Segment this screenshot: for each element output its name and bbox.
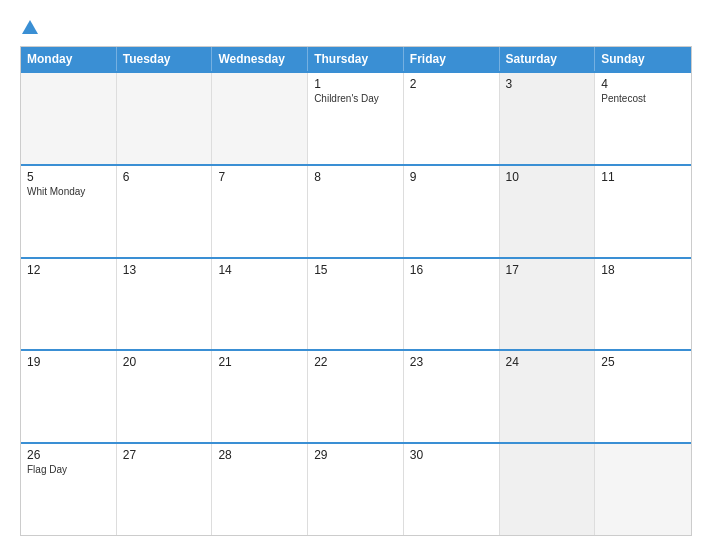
day-number: 3 [506, 77, 589, 91]
calendar-cell: 28 [212, 444, 308, 535]
calendar-cell: 29 [308, 444, 404, 535]
calendar-table: MondayTuesdayWednesdayThursdayFridaySatu… [20, 46, 692, 536]
calendar-cell [117, 73, 213, 164]
header [20, 18, 692, 36]
calendar-cell: 12 [21, 259, 117, 350]
day-event: Whit Monday [27, 186, 110, 197]
day-number: 8 [314, 170, 397, 184]
day-number: 16 [410, 263, 493, 277]
calendar-cell: 23 [404, 351, 500, 442]
day-event: Pentecost [601, 93, 685, 104]
day-number: 30 [410, 448, 493, 462]
calendar-cell [212, 73, 308, 164]
calendar-page: MondayTuesdayWednesdayThursdayFridaySatu… [0, 0, 712, 550]
calendar-cell: 13 [117, 259, 213, 350]
calendar-week: 5Whit Monday67891011 [21, 164, 691, 257]
calendar-week: 1Children's Day234Pentecost [21, 71, 691, 164]
day-number: 7 [218, 170, 301, 184]
day-number: 21 [218, 355, 301, 369]
day-number: 28 [218, 448, 301, 462]
calendar-cell: 3 [500, 73, 596, 164]
calendar-cell: 30 [404, 444, 500, 535]
day-number: 5 [27, 170, 110, 184]
calendar-cell: 11 [595, 166, 691, 257]
calendar-cell: 20 [117, 351, 213, 442]
day-number: 24 [506, 355, 589, 369]
weekday-header: Sunday [595, 47, 691, 71]
day-number: 15 [314, 263, 397, 277]
calendar-cell: 9 [404, 166, 500, 257]
day-number: 25 [601, 355, 685, 369]
day-number: 18 [601, 263, 685, 277]
calendar-cell: 21 [212, 351, 308, 442]
day-number: 27 [123, 448, 206, 462]
calendar-body: 1Children's Day234Pentecost5Whit Monday6… [21, 71, 691, 535]
weekday-header: Saturday [500, 47, 596, 71]
calendar-week: 12131415161718 [21, 257, 691, 350]
calendar-cell: 24 [500, 351, 596, 442]
calendar-cell [21, 73, 117, 164]
day-number: 13 [123, 263, 206, 277]
day-number: 6 [123, 170, 206, 184]
calendar-cell: 22 [308, 351, 404, 442]
calendar-cell: 14 [212, 259, 308, 350]
logo [20, 18, 40, 36]
day-event: Children's Day [314, 93, 397, 104]
weekday-header: Thursday [308, 47, 404, 71]
day-number: 2 [410, 77, 493, 91]
weekday-header: Monday [21, 47, 117, 71]
calendar-week: 19202122232425 [21, 349, 691, 442]
day-number: 20 [123, 355, 206, 369]
calendar-cell: 19 [21, 351, 117, 442]
day-number: 17 [506, 263, 589, 277]
calendar-cell: 26Flag Day [21, 444, 117, 535]
day-number: 22 [314, 355, 397, 369]
day-number: 1 [314, 77, 397, 91]
calendar-cell: 18 [595, 259, 691, 350]
day-number: 26 [27, 448, 110, 462]
day-number: 11 [601, 170, 685, 184]
calendar-cell: 2 [404, 73, 500, 164]
svg-marker-0 [22, 20, 38, 34]
weekday-header: Friday [404, 47, 500, 71]
day-number: 10 [506, 170, 589, 184]
day-number: 12 [27, 263, 110, 277]
calendar-cell: 15 [308, 259, 404, 350]
calendar-cell [595, 444, 691, 535]
calendar-cell: 1Children's Day [308, 73, 404, 164]
calendar-cell: 10 [500, 166, 596, 257]
calendar-cell: 8 [308, 166, 404, 257]
calendar-cell: 7 [212, 166, 308, 257]
weekday-header: Wednesday [212, 47, 308, 71]
calendar-cell: 27 [117, 444, 213, 535]
calendar-cell: 5Whit Monday [21, 166, 117, 257]
calendar-cell: 25 [595, 351, 691, 442]
calendar-week: 26Flag Day27282930 [21, 442, 691, 535]
calendar-cell: 6 [117, 166, 213, 257]
day-number: 29 [314, 448, 397, 462]
day-number: 19 [27, 355, 110, 369]
day-event: Flag Day [27, 464, 110, 475]
calendar-header: MondayTuesdayWednesdayThursdayFridaySatu… [21, 47, 691, 71]
day-number: 9 [410, 170, 493, 184]
weekday-header: Tuesday [117, 47, 213, 71]
day-number: 23 [410, 355, 493, 369]
calendar-cell [500, 444, 596, 535]
day-number: 4 [601, 77, 685, 91]
calendar-cell: 16 [404, 259, 500, 350]
day-number: 14 [218, 263, 301, 277]
logo-icon [21, 18, 39, 36]
calendar-cell: 4Pentecost [595, 73, 691, 164]
calendar-cell: 17 [500, 259, 596, 350]
